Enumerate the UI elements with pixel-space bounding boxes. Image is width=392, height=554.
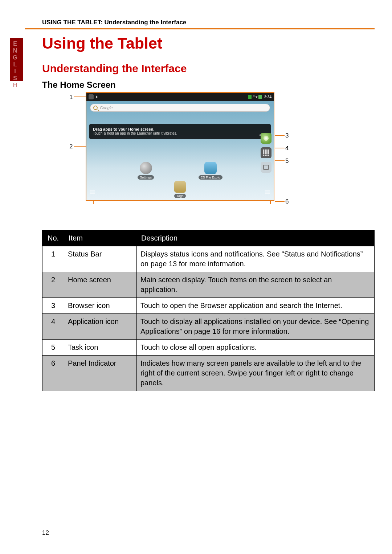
- status-bar: ⬍ 𝄢 ▾ 2:34: [86, 93, 274, 101]
- cell-item: Home screen: [64, 272, 137, 298]
- page-header-rule: USING THE TABLET: Understanding the Inte…: [25, 19, 375, 29]
- hint-banner: Drag apps to your Home screen. Touch & h…: [89, 124, 271, 139]
- section-title: Understanding the Interface: [42, 62, 375, 75]
- gear-icon: [140, 162, 152, 174]
- hint-body: Touch & hold an app in the Launcher unti…: [93, 131, 177, 135]
- col-desc: Description: [137, 230, 375, 246]
- cell-no: 2: [42, 272, 64, 298]
- search-input[interactable]: Google: [90, 104, 270, 112]
- cell-no: 3: [42, 298, 64, 314]
- table-row: 3Browser iconTouch to open the Browser a…: [42, 298, 375, 314]
- items-table: No. Item Description 1Status BarDisplays…: [42, 230, 375, 391]
- cell-item: Task icon: [64, 340, 137, 356]
- cell-item: Application icon: [64, 314, 137, 340]
- callout-2: 2: [69, 143, 73, 150]
- subsection-title: The Home Screen: [42, 80, 375, 90]
- callout-1: 1: [69, 94, 73, 101]
- table-row: 1Status BarDisplays status icons and not…: [42, 246, 375, 272]
- breadcrumb: USING THE TABLET: Understanding the Inte…: [25, 19, 375, 26]
- language-tab: ENGLISH: [12, 41, 18, 89]
- desktop-app-label: ES File Explo: [199, 175, 222, 180]
- cell-desc: Touch to display all applications instal…: [137, 314, 375, 340]
- desktop-app-esfile[interactable]: ES File Explo: [199, 162, 222, 180]
- cell-no: 6: [42, 356, 64, 391]
- chapter-title: Using the Tablet: [42, 34, 375, 52]
- cell-desc: Indicates how many screen panels are ava…: [137, 356, 375, 391]
- tags-icon: [174, 181, 186, 193]
- bluetooth-icon: 𝄢: [252, 95, 255, 99]
- callout-5: 5: [285, 157, 289, 165]
- wifi-icon: ▾: [256, 95, 258, 99]
- dock-app-label: Tags: [174, 194, 185, 198]
- cell-desc: Main screen display. Touch items on the …: [137, 272, 375, 298]
- folder-icon: [204, 162, 217, 174]
- hint-title: Drag apps to your Home screen.: [93, 127, 154, 131]
- callout-4: 4: [285, 145, 289, 152]
- cell-desc: Touch to close all open applications.: [137, 340, 375, 356]
- applications-icon[interactable]: [261, 147, 271, 158]
- notification-icon: [89, 94, 94, 99]
- table-row: 5Task iconTouch to close all open applic…: [42, 340, 375, 356]
- page-number: 12: [42, 529, 49, 537]
- callout-3: 3: [285, 132, 289, 139]
- panel-indicator-left[interactable]: [90, 190, 95, 194]
- cell-desc: Displays status icons and notifications.…: [137, 246, 375, 272]
- panel-indicator-right[interactable]: [265, 190, 270, 194]
- col-no: No.: [42, 230, 64, 246]
- search-icon: [93, 106, 98, 110]
- status-time: 2:34: [264, 95, 271, 99]
- signal-icon: [248, 95, 252, 99]
- cell-no: 1: [42, 246, 64, 272]
- col-item: Item: [64, 230, 137, 246]
- desktop-app-settings[interactable]: Settings: [138, 162, 154, 180]
- cell-no: 5: [42, 340, 64, 356]
- table-row: 6Panel IndicatorIndicates how many scree…: [42, 356, 375, 391]
- callout-6: 6: [285, 198, 289, 205]
- cell-item: Browser icon: [64, 298, 137, 314]
- battery-icon: [258, 95, 262, 99]
- device-frame: ⬍ 𝄢 ▾ 2:34 Google Drag apps to your Home…: [86, 92, 274, 201]
- cell-item: Status Bar: [64, 246, 137, 272]
- usb-icon: ⬍: [95, 95, 98, 99]
- desktop-app-label: Settings: [138, 175, 154, 180]
- cell-item: Panel Indicator: [64, 356, 137, 391]
- cell-no: 4: [42, 314, 64, 340]
- dock-app-tags[interactable]: Tags: [174, 181, 186, 198]
- search-placeholder: Google: [100, 106, 113, 110]
- home-screen-diagram: 1 2 3 4 5 6 ⬍ 𝄢 ▾: [53, 92, 351, 216]
- table-row: 4Application iconTouch to display all ap…: [42, 314, 375, 340]
- table-row: 2Home screenMain screen display. Touch i…: [42, 272, 375, 298]
- browser-icon[interactable]: [261, 133, 271, 144]
- cell-desc: Touch to open the Browser application an…: [137, 298, 375, 314]
